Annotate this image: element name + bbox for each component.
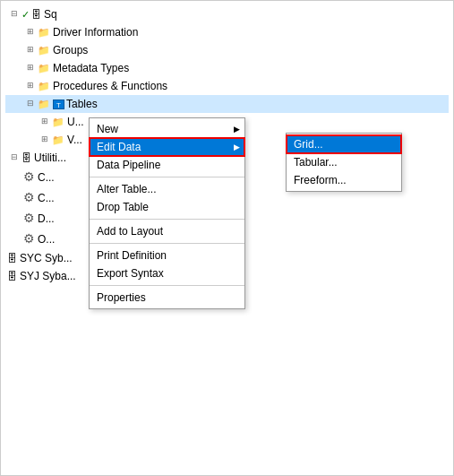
tree-item-driver-info[interactable]: ⊞ 📁 Driver Information [5,23,449,41]
submenu-item-grid[interactable]: Grid... [287,135,401,153]
menu-item-properties[interactable]: Properties [90,289,244,307]
menu-separator-4 [90,285,244,286]
tree-panel: ⊟ ✓ 🗄 Sq ⊞ 📁 Driver Information ⊞ 📁 Grou… [0,0,454,476]
menu-item-drop-table[interactable]: Drop Table [90,198,244,216]
tree-item-sq[interactable]: ⊟ ✓ 🗄 Sq [5,5,449,23]
expander-icon[interactable]: ⊞ [23,80,38,92]
expander-icon[interactable]: ⊞ [38,116,52,128]
menu-separator-2 [90,219,244,220]
tree-item-metadata[interactable]: ⊞ 📁 Metadata Types [5,59,449,77]
submenu-edit-data: Grid... Tabular... Freeform... [286,133,402,192]
expander-icon[interactable]: ⊟ [7,8,21,21]
submenu-item-tabular[interactable]: Tabular... [287,153,401,171]
expander-icon[interactable]: ⊞ [23,26,38,39]
menu-item-alter-table[interactable]: Alter Table... [90,180,244,198]
tree-item-tables[interactable]: ⊟ 📁 T Tables [5,95,449,113]
submenu-item-freeform[interactable]: Freeform... [287,171,401,189]
menu-item-export-syntax[interactable]: Export Syntax [90,264,244,282]
tree-item-procedures[interactable]: ⊞ 📁 Procedures & Functions [5,77,449,95]
menu-separator-1 [90,177,244,177]
context-menu: New Edit Data Data Pipeline Alter Table.… [89,117,245,309]
tree-item-groups[interactable]: ⊞ 📁 Groups [5,41,449,59]
expander-icon[interactable]: ⊟ [7,151,21,164]
menu-item-print-definition[interactable]: Print Definition [90,247,244,264]
menu-item-edit-data[interactable]: Edit Data [90,138,244,156]
menu-item-add-to-layout[interactable]: Add to Layout [90,222,244,240]
menu-item-new[interactable]: New [90,120,244,138]
menu-item-data-pipeline[interactable]: Data Pipeline [90,156,244,174]
expander-icon[interactable]: ⊞ [23,62,38,74]
expander-icon[interactable]: ⊟ [23,98,38,110]
expander-icon[interactable]: ⊞ [23,44,38,56]
menu-separator-3 [90,243,244,244]
expander-icon[interactable]: ⊞ [38,134,52,146]
